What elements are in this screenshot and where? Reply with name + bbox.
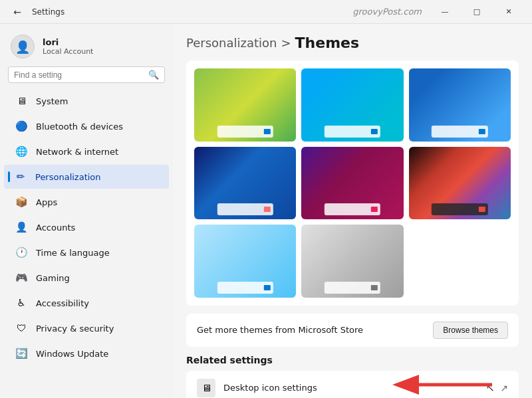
gaming-icon: 🎮 [15,271,28,284]
sidebar-item-label: System [36,96,68,106]
back-button[interactable]: ← [8,3,27,21]
titlebar: ← Settings groovyPost.com — □ ✕ [0,0,532,24]
cursor-icon: ↖ [486,381,495,394]
sidebar-item-label: Network & internet [36,147,118,157]
search-input[interactable] [14,70,143,80]
sidebar-item-label: Bluetooth & devices [36,122,123,132]
theme-item-7[interactable] [194,225,296,298]
sidebar-item-bluetooth[interactable]: 🔵 Bluetooth & devices [4,114,169,138]
content-area: Personalization > Themes [173,24,532,398]
desktop-icon-settings-text: Desktop icon settings [223,383,486,393]
sidebar-item-label: Privacy & security [36,324,114,334]
minimize-button[interactable]: — [430,1,460,23]
sidebar-item-accessibility[interactable]: ♿ Accessibility [4,291,169,315]
theme-item-6[interactable] [409,147,511,220]
sidebar-item-label: Windows Update [36,349,108,359]
sidebar-item-label: Accounts [36,223,75,233]
theme-item-8[interactable] [301,225,403,298]
breadcrumb-current: Themes [295,35,360,51]
sidebar-item-time[interactable]: 🕐 Time & language [4,241,169,264]
sidebar-item-label: Accessibility [36,298,89,308]
system-icon: 🖥 [15,94,28,108]
theme-item-2[interactable] [301,68,403,142]
accessibility-icon: ♿ [15,296,28,310]
theme-item-4[interactable] [194,147,296,220]
time-icon: 🕐 [15,246,28,259]
sidebar-item-label: Time & language [36,248,110,258]
related-settings-card: 🖥 Desktop icon settings ↖ ↗ [186,371,519,398]
sidebar-item-gaming[interactable]: 🎮 Gaming [4,266,169,290]
theme-item-1[interactable] [194,68,296,142]
breadcrumb: Personalization > Themes [186,35,519,51]
active-indicator [8,171,10,182]
network-icon: 🌐 [15,145,28,158]
search-icon: 🔍 [148,70,159,80]
store-row: Get more themes from Microsoft Store Bro… [186,314,519,347]
desktop-icon-settings-row[interactable]: 🖥 Desktop icon settings ↖ ↗ [186,371,519,398]
sidebar-item-label: Apps [36,197,57,207]
theme-item-5[interactable] [301,147,403,220]
maximize-button[interactable]: □ [462,1,492,23]
desktop-icon-settings-name: Desktop icon settings [223,383,486,393]
bluetooth-icon: 🔵 [15,120,28,133]
titlebar-title: Settings [32,7,65,17]
sidebar-item-label: Personalization [35,172,101,182]
sidebar-item-network[interactable]: 🌐 Network & internet [4,140,169,163]
user-name: lori [43,37,93,47]
avatar: 👤 [11,35,35,58]
sidebar-item-personalization[interactable]: ✏ Personalization [4,165,169,189]
sidebar-item-privacy[interactable]: 🛡 Privacy & security [4,316,169,340]
update-icon: 🔄 [15,347,28,360]
user-type: Local Account [43,47,93,56]
breadcrumb-separator: > [281,36,291,50]
user-info: lori Local Account [43,37,93,56]
sidebar-item-apps[interactable]: 📦 Apps [4,190,169,214]
theme-grid [186,60,519,306]
window-controls: — □ ✕ [430,1,524,23]
sidebar-item-system[interactable]: 🖥 System [4,89,169,113]
watermark: groovyPost.com [352,7,422,17]
desktop-icon-settings-icon: 🖥 [197,379,215,397]
search-box[interactable]: 🔍 [8,66,165,83]
related-settings-label: Related settings [186,355,519,365]
breadcrumb-parent: Personalization [186,36,277,50]
store-text: Get more themes from Microsoft Store [197,325,363,335]
user-section: 👤 lori Local Account [0,29,173,66]
app-body: 👤 lori Local Account 🔍 🖥 System 🔵 Blueto… [0,24,532,398]
sidebar-item-update[interactable]: 🔄 Windows Update [4,342,169,365]
sidebar-item-label: Gaming [36,273,70,283]
external-link-icon: ↗ [500,383,508,393]
theme-item-3[interactable] [409,68,511,142]
close-button[interactable]: ✕ [493,1,524,23]
sidebar-item-accounts[interactable]: 👤 Accounts [4,215,169,239]
personalization-icon: ✏ [14,170,27,183]
browse-themes-button[interactable]: Browse themes [433,322,508,339]
accounts-icon: 👤 [15,221,28,234]
sidebar: 👤 lori Local Account 🔍 🖥 System 🔵 Blueto… [0,24,173,398]
apps-icon: 📦 [15,195,28,209]
privacy-icon: 🛡 [15,322,28,335]
